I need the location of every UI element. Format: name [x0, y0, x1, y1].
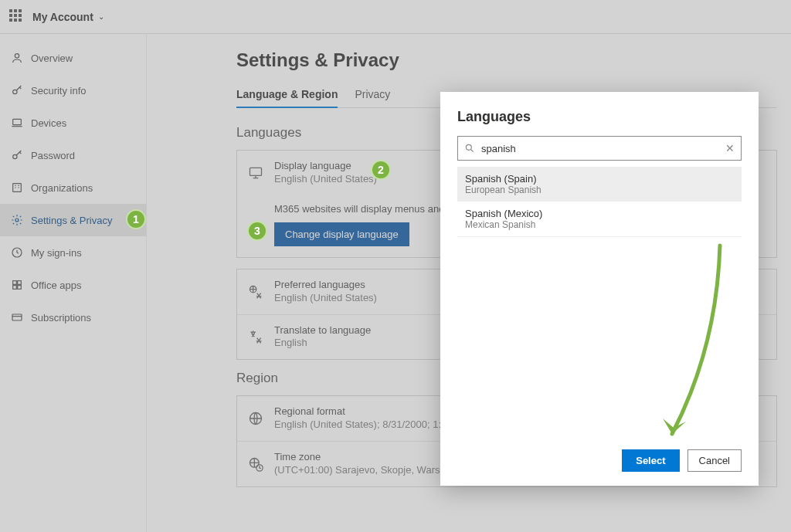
tab-privacy[interactable]: Privacy [355, 88, 390, 107]
clock-icon [11, 246, 23, 259]
language-result-mexico[interactable]: Spanish (Mexico) Mexican Spanish [457, 202, 742, 236]
sidebar-item-subscriptions[interactable]: Subscriptions [0, 301, 146, 334]
gear-icon [11, 214, 23, 226]
search-icon [464, 143, 475, 154]
sidebar-item-settings-privacy[interactable]: Settings & Privacy [0, 204, 146, 236]
waffle-icon[interactable] [9, 9, 25, 25]
modal-title: Languages [457, 109, 742, 125]
language-search-box[interactable]: ✕ [457, 136, 742, 161]
svg-rect-8 [18, 281, 22, 285]
person-icon [11, 52, 23, 64]
tab-language-region[interactable]: Language & Region [236, 88, 338, 108]
translate-icon [248, 329, 263, 344]
sidebar-item-overview[interactable]: Overview [0, 42, 146, 74]
result-subtitle: Mexican Spanish [465, 219, 734, 230]
result-title: Spanish (Spain) [465, 173, 734, 185]
callout-badge-3: 3 [247, 221, 267, 241]
sidebar-item-devices[interactable]: Devices [0, 107, 146, 139]
globe-translate-icon [248, 284, 263, 300]
svg-rect-12 [250, 168, 262, 175]
svg-rect-2 [13, 119, 22, 124]
preferred-languages-value: English (United States) [274, 292, 377, 305]
sidebar-item-label: My sign-ins [31, 247, 82, 259]
monitor-icon [248, 165, 263, 181]
language-search-input[interactable] [475, 143, 725, 154]
org-icon [11, 181, 23, 194]
chevron-down-icon: ⌄ [98, 12, 104, 21]
laptop-icon [11, 117, 23, 129]
result-title: Spanish (Mexico) [465, 208, 734, 219]
key-icon [11, 84, 23, 97]
svg-point-5 [15, 219, 19, 222]
display-language-label: Display language [274, 160, 377, 173]
sidebar-item-label: Settings & Privacy [31, 215, 113, 226]
key-icon [11, 149, 23, 161]
sidebar-item-password[interactable]: Password [0, 139, 146, 171]
page-title: Settings & Privacy [236, 49, 791, 71]
sidebar-item-label: Subscriptions [31, 312, 91, 324]
svg-rect-4 [13, 184, 22, 192]
modal-footer: Select Cancel [457, 449, 742, 472]
clear-search-icon[interactable]: ✕ [725, 142, 735, 154]
header-bar: My Account ⌄ [0, 0, 791, 34]
select-button[interactable]: Select [622, 449, 679, 472]
callout-badge-2: 2 [371, 160, 391, 180]
sidebar-item-label: Password [31, 150, 75, 161]
languages-modal: Languages ✕ Spanish (Spain) European Spa… [440, 92, 759, 486]
svg-rect-11 [12, 314, 22, 320]
translate-language-value: English [274, 337, 371, 350]
sidebar-item-label: Devices [31, 117, 66, 129]
callout-badge-1: 1 [126, 209, 146, 229]
sidebar-item-signins[interactable]: My sign-ins [0, 236, 146, 269]
preferred-languages-label: Preferred languages [274, 279, 377, 292]
sidebar-item-label: Organizations [31, 182, 93, 194]
svg-rect-7 [13, 281, 17, 285]
cancel-button[interactable]: Cancel [687, 449, 742, 472]
svg-point-17 [466, 144, 471, 150]
globe-icon [248, 411, 263, 426]
svg-rect-10 [18, 286, 22, 290]
card-icon [11, 311, 23, 324]
sidebar-item-security[interactable]: Security info [0, 74, 146, 107]
svg-rect-9 [13, 286, 17, 290]
change-display-language-button[interactable]: Change display language [274, 222, 409, 246]
grid-icon [11, 279, 23, 291]
sidebar-item-label: Security info [31, 85, 87, 97]
sidebar-item-office-apps[interactable]: Office apps [0, 269, 146, 301]
sidebar-item-label: Overview [31, 53, 73, 64]
globe-clock-icon [248, 456, 263, 472]
sidebar-item-organizations[interactable]: Organizations [0, 171, 146, 204]
display-language-value: English (United States) [274, 173, 377, 186]
translate-language-label: Translate to language [274, 324, 371, 337]
svg-point-3 [13, 154, 17, 158]
sidebar: Overview Security info Devices Password … [0, 34, 147, 532]
svg-point-1 [13, 90, 17, 93]
language-result-spain[interactable]: Spanish (Spain) European Spanish [457, 167, 742, 202]
result-divider [457, 236, 742, 237]
account-menu-label[interactable]: My Account [32, 11, 93, 23]
svg-point-0 [15, 54, 19, 58]
result-subtitle: European Spanish [465, 185, 734, 195]
sidebar-item-label: Office apps [31, 280, 82, 291]
